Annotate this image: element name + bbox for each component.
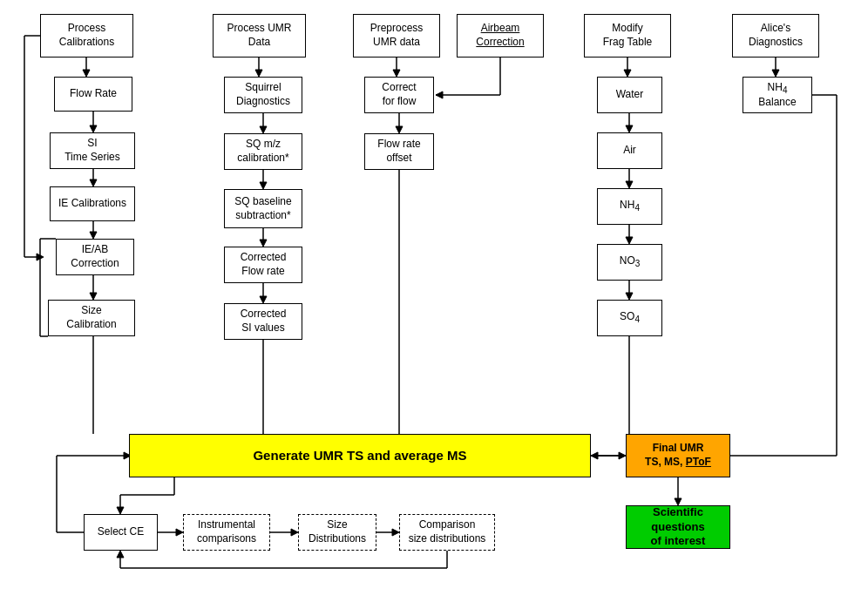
no3-box: NO3 bbox=[597, 244, 662, 281]
process-calibrations-box: Process Calibrations bbox=[40, 14, 133, 58]
main-diagram: Process Calibrations Flow Rate SITime Se… bbox=[0, 0, 868, 609]
squirrel-diag-label: SquirrelDiagnostics bbox=[236, 81, 290, 108]
generate-umr-box: Generate UMR TS and average MS bbox=[129, 434, 591, 477]
size-calibration-label: SizeCalibration bbox=[66, 304, 116, 331]
no3-label: NO3 bbox=[620, 254, 641, 269]
svg-marker-63 bbox=[176, 529, 183, 536]
svg-marker-61 bbox=[117, 507, 124, 514]
svg-marker-9 bbox=[90, 293, 97, 300]
corrected-flow-box: CorrectedFlow rate bbox=[224, 247, 302, 283]
svg-marker-23 bbox=[260, 182, 267, 189]
size-dist-label: SizeDistributions bbox=[309, 518, 366, 545]
ie-calibrations-box: IE Calibrations bbox=[50, 186, 135, 221]
correct-for-flow-label: Correctfor flow bbox=[382, 81, 416, 108]
airbeam-correction-box: AirbeamCorrection bbox=[457, 14, 544, 58]
svg-marker-27 bbox=[260, 296, 267, 303]
air-box: Air bbox=[597, 132, 662, 169]
flow-rate-label: Flow Rate bbox=[70, 87, 117, 101]
size-calibration-box: SizeCalibration bbox=[48, 300, 135, 336]
nh4-box: NH4 bbox=[597, 188, 662, 225]
select-ce-box: Select CE bbox=[84, 514, 158, 551]
flow-rate-box: Flow Rate bbox=[54, 77, 132, 112]
svg-marker-17 bbox=[37, 254, 44, 261]
nh4-balance-label: NH4Balance bbox=[758, 81, 796, 110]
ie-calibrations-label: IE Calibrations bbox=[58, 197, 126, 211]
corrected-flow-label: CorrectedFlow rate bbox=[241, 251, 287, 278]
svg-marker-36 bbox=[436, 91, 443, 98]
svg-marker-67 bbox=[392, 529, 399, 536]
corrected-si-box: CorrectedSI values bbox=[224, 303, 302, 340]
final-umr-box: Final UMRTS, MS, PToF bbox=[626, 434, 730, 477]
correct-for-flow-box: Correctfor flow bbox=[364, 77, 434, 113]
squirrel-diag-box: SquirrelDiagnostics bbox=[224, 77, 302, 113]
sq-mz-box: SQ m/zcalibration* bbox=[224, 133, 302, 170]
svg-marker-30 bbox=[393, 70, 400, 77]
final-umr-label: Final UMRTS, MS, PToF bbox=[645, 442, 711, 469]
scientific-q-label: Scientific questionsof interest bbox=[630, 505, 726, 550]
svg-marker-71 bbox=[117, 551, 124, 558]
select-ce-label: Select CE bbox=[98, 525, 144, 539]
svg-marker-40 bbox=[626, 125, 633, 132]
ie-ab-correction-label: IE/ABCorrection bbox=[71, 243, 119, 270]
modify-frag-label: ModifyFrag Table bbox=[603, 22, 652, 49]
svg-marker-5 bbox=[90, 179, 97, 186]
corrected-si-label: CorrectedSI values bbox=[241, 308, 287, 335]
sq-mz-label: SQ m/zcalibration* bbox=[237, 138, 288, 165]
svg-marker-1 bbox=[83, 70, 90, 77]
si-time-series-label: SITime Series bbox=[64, 137, 120, 164]
nh4-balance-box: NH4Balance bbox=[743, 77, 812, 113]
si-time-series-box: SITime Series bbox=[50, 132, 135, 169]
size-dist-box: SizeDistributions bbox=[298, 514, 376, 551]
comparison-size-box: Comparisonsize distributions bbox=[399, 514, 495, 551]
scientific-q-box: Scientific questionsof interest bbox=[626, 505, 730, 549]
instrumental-box: Instrumentalcomparisons bbox=[183, 514, 270, 551]
instrumental-label: Instrumentalcomparisons bbox=[197, 518, 256, 545]
so4-box: SO4 bbox=[597, 300, 662, 336]
comparison-size-label: Comparisonsize distributions bbox=[409, 518, 486, 545]
alices-diag-label: Alice'sDiagnostics bbox=[749, 22, 803, 49]
svg-marker-55 bbox=[619, 452, 626, 459]
svg-marker-3 bbox=[90, 125, 97, 132]
svg-marker-46 bbox=[626, 293, 633, 300]
process-calibrations-label: Process Calibrations bbox=[44, 22, 129, 49]
svg-marker-38 bbox=[624, 70, 631, 77]
preprocess-umr-label: PreprocessUMR data bbox=[370, 22, 424, 49]
preprocess-umr-box: PreprocessUMR data bbox=[353, 14, 440, 58]
svg-marker-53 bbox=[591, 452, 598, 459]
air-label: Air bbox=[623, 144, 636, 158]
sq-baseline-label: SQ baselinesubtraction* bbox=[234, 195, 291, 222]
svg-marker-42 bbox=[626, 181, 633, 188]
alices-diag-box: Alice'sDiagnostics bbox=[732, 14, 819, 58]
flow-rate-offset-box: Flow rateoffset bbox=[364, 133, 434, 170]
so4-label: SO4 bbox=[620, 310, 640, 325]
process-umr-box: Process UMRData bbox=[213, 14, 306, 58]
svg-marker-19 bbox=[255, 70, 262, 77]
nh4-label: NH4 bbox=[620, 199, 640, 213]
flow-rate-offset-label: Flow rateoffset bbox=[377, 138, 420, 165]
water-label: Water bbox=[616, 88, 644, 102]
svg-marker-49 bbox=[772, 70, 779, 77]
water-box: Water bbox=[597, 77, 662, 113]
svg-marker-21 bbox=[260, 126, 267, 133]
svg-marker-65 bbox=[291, 529, 298, 536]
generate-umr-label: Generate UMR TS and average MS bbox=[253, 447, 466, 464]
airbeam-correction-label: AirbeamCorrection bbox=[476, 22, 524, 49]
svg-marker-25 bbox=[260, 240, 267, 247]
svg-marker-44 bbox=[626, 237, 633, 244]
process-umr-label: Process UMRData bbox=[227, 22, 291, 49]
modify-frag-box: ModifyFrag Table bbox=[584, 14, 671, 58]
ie-ab-correction-box: IE/ABCorrection bbox=[56, 239, 134, 275]
svg-marker-32 bbox=[396, 126, 403, 133]
sq-baseline-box: SQ baselinesubtraction* bbox=[224, 189, 302, 228]
svg-marker-7 bbox=[90, 232, 97, 239]
